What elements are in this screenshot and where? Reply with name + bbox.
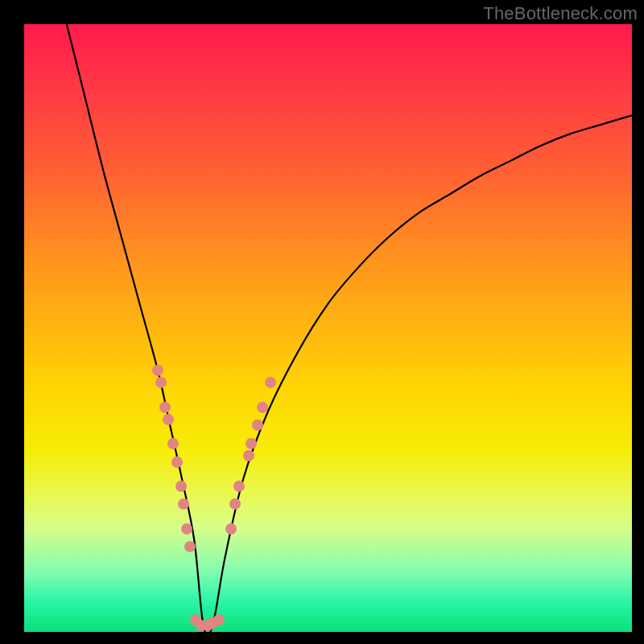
attribution-text: TheBottleneck.com: [483, 3, 638, 24]
chart-frame: TheBottleneck.com: [0, 0, 644, 644]
gradient-background: [24, 24, 632, 632]
plot-area: [24, 24, 632, 632]
